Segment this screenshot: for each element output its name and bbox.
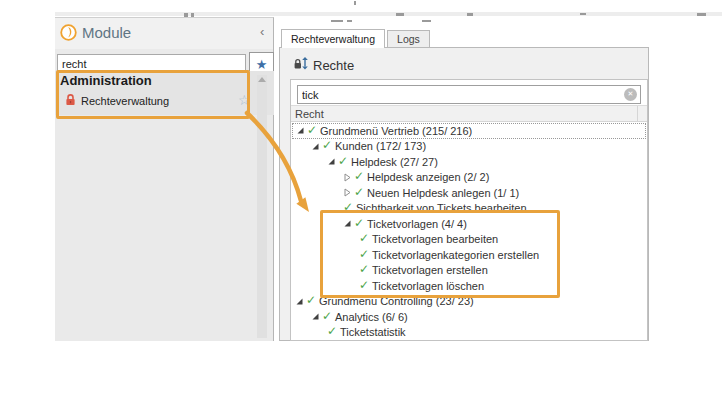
tree-row[interactable]: ✓Helpdesk (27/ 27) (292, 154, 646, 170)
expander-expanded-icon[interactable] (327, 157, 338, 166)
column-header-label: Recht (291, 108, 637, 120)
tree-rows: ✓Grundmenü Vertrieb (215/ 216)✓Kunden (1… (292, 123, 646, 340)
module-group: Administration Rechteverwaltung ☆ (55, 71, 274, 115)
section-header: Rechte (294, 56, 354, 74)
tree-row-label: Ticketvorlagen erstellen (372, 264, 488, 276)
tree-row-label: Grundmenü Vertrieb (215/ 216) (320, 125, 472, 137)
window-artifact (467, 13, 473, 16)
tree-row-label: Neuen Helpdesk anlegen (1/ 1) (367, 187, 519, 199)
tree-row[interactable]: ✓Ticketvorlagen löschen (292, 278, 646, 294)
tree-row[interactable]: ✓Kunden (172/ 173) (292, 139, 646, 155)
favorite-star-icon[interactable]: ☆ (238, 93, 251, 107)
window-artifact (331, 20, 343, 22)
clear-search-button[interactable]: ✕ (624, 88, 637, 101)
check-icon: ✓ (322, 310, 335, 322)
window-artifact (580, 13, 586, 15)
window-artifact (697, 13, 706, 16)
tree-row-label: Kunden (172/ 173) (335, 140, 426, 152)
tree-row[interactable]: ✓Neuen Helpdesk anlegen (1/ 1) (292, 185, 646, 201)
module-group-title: Administration (60, 73, 152, 88)
check-icon: ✓ (338, 155, 351, 167)
tree-row-label: Grundmenü Controlling (23/ 23) (319, 295, 474, 307)
scrollbar-up-icon[interactable] (258, 77, 266, 82)
window-artifact-strip (55, 12, 722, 16)
module-sidebar: Module ‹ ★ Administration Rechteverwaltu… (55, 17, 274, 341)
tree-row[interactable]: ✓Ticketstatistik (292, 325, 646, 341)
expander-collapsed-icon[interactable] (343, 173, 354, 182)
tree-row-label: Ticketvorlagenkategorien erstellen (372, 249, 539, 261)
tree-row-label: Ticketvorlagen löschen (372, 280, 484, 292)
expander-expanded-icon[interactable] (295, 297, 306, 306)
check-icon: ✓ (322, 139, 335, 151)
expander-expanded-icon[interactable] (343, 219, 354, 228)
tree-row-label: Helpdesk (27/ 27) (351, 156, 438, 168)
close-icon: ✕ (628, 91, 634, 98)
expander-collapsed-icon[interactable] (343, 188, 354, 197)
star-icon: ★ (256, 58, 268, 71)
tree-row[interactable]: ✓Ticketvorlagen (4/ 4) (292, 216, 646, 232)
check-icon: ✓ (354, 170, 367, 182)
app-logo-icon (60, 24, 77, 45)
check-icon: ✓ (359, 279, 372, 291)
tab-bar: RechteverwaltungLogs (281, 29, 430, 48)
check-icon: ✓ (359, 263, 372, 275)
check-icon: ✓ (359, 232, 372, 244)
rights-list-box: ✕ Recht ✓Grundmenü Vertrieb (215/ 216)✓K… (290, 79, 648, 341)
tree-row-label: Ticketstatistik (340, 326, 406, 338)
tree-row[interactable]: ✓Helpdesk anzeigen (2/ 2) (292, 170, 646, 186)
tree-row-label: Ticketvorlagen (4/ 4) (367, 218, 467, 230)
rights-panel: Rechte ✕ Recht ✓Grundmenü Vertrieb (215/… (279, 47, 649, 341)
sidebar-scrollbar[interactable] (257, 75, 267, 338)
check-icon: ✓ (306, 294, 319, 306)
tab-rechteverwaltung[interactable]: Rechteverwaltung (281, 29, 385, 48)
lock-icon (65, 92, 76, 110)
tree-row-label: Helpdesk anzeigen (2/ 2) (367, 171, 489, 183)
tree-row-label: Ticketvorlagen bearbeiten (372, 233, 498, 245)
tree-row[interactable]: ✓Grundmenü Controlling (23/ 23) (292, 294, 646, 310)
rights-search-input[interactable] (297, 85, 641, 104)
check-icon: ✓ (359, 248, 372, 260)
check-icon: ✓ (354, 186, 367, 198)
sidebar-header: Module ‹ (55, 18, 273, 49)
permissions-lock-sort-icon (294, 56, 309, 74)
sidebar-item-label: Rechteverwaltung (81, 95, 169, 107)
window-artifact (347, 20, 352, 22)
check-icon: ✓ (354, 217, 367, 229)
tree-column-header: Recht (291, 105, 647, 122)
check-icon: ✓ (307, 124, 320, 136)
window-artifact (396, 13, 404, 16)
tree-row[interactable]: ✓Ticketvorlagen erstellen (292, 263, 646, 279)
window-artifact (354, 1, 356, 5)
sidebar-item-rechteverwaltung[interactable]: Rechteverwaltung (65, 92, 169, 110)
check-icon: ✓ (327, 325, 340, 337)
tree-row[interactable]: ✓Ticketvorlagen bearbeiten (292, 232, 646, 248)
expander-expanded-icon[interactable] (311, 142, 322, 151)
tree-row-label: Analytics (6/ 6) (335, 311, 408, 323)
tab-logs[interactable]: Logs (387, 30, 430, 48)
tree-row[interactable]: ✓Ticketvorlagenkategorien erstellen (292, 247, 646, 263)
window-artifact (422, 20, 431, 22)
expander-expanded-icon[interactable] (296, 126, 307, 135)
tree-row[interactable]: ✓Sichtbarkeit von Tickets bearbeiten (292, 201, 646, 217)
sidebar-title: Module (82, 24, 131, 41)
tree-row[interactable]: ✓Grundmenü Vertrieb (215/ 216) (292, 123, 646, 139)
tree-row-label: Sichtbarkeit von Tickets bearbeiten (356, 202, 527, 214)
expander-expanded-icon[interactable] (311, 312, 322, 321)
collapse-panel-icon[interactable]: ‹ (260, 24, 264, 39)
tree-row[interactable]: ✓Analytics (6/ 6) (292, 309, 646, 325)
check-icon: ✓ (343, 201, 356, 213)
column-header-spacer (637, 106, 647, 121)
section-title: Rechte (313, 58, 354, 73)
